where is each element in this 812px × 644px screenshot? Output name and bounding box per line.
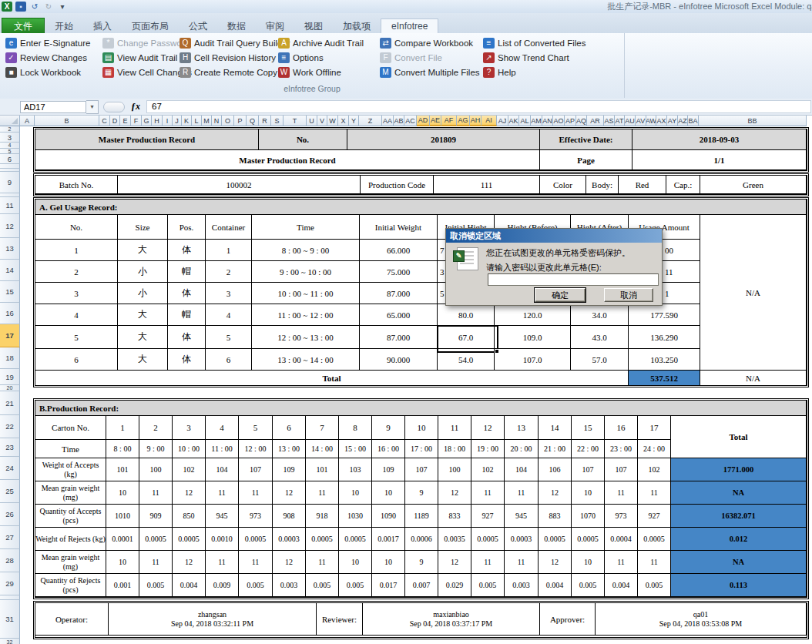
tab-加载项[interactable]: 加载项: [333, 18, 381, 35]
gel-row-container[interactable]: 3: [206, 283, 252, 304]
batch-no-value[interactable]: 100002: [118, 176, 361, 194]
batch-no-label[interactable]: Batch No.: [35, 176, 118, 194]
work-offline-button[interactable]: WWork Offline: [276, 65, 377, 79]
col-header-T[interactable]: T: [284, 116, 307, 126]
gel-row-initial-weight[interactable]: 87.000: [360, 283, 438, 304]
data-cell[interactable]: 102: [173, 458, 206, 481]
no-label[interactable]: No.: [259, 129, 347, 150]
col-header-time[interactable]: Time: [252, 215, 360, 240]
select-all-corner[interactable]: [0, 116, 20, 126]
gel-row-no[interactable]: 3: [35, 283, 118, 304]
gel-row-container[interactable]: 5: [206, 326, 252, 349]
row-header-29[interactable]: 29: [0, 572, 20, 595]
data-cell[interactable]: 11: [306, 481, 339, 505]
data-cell[interactable]: 10: [106, 551, 139, 574]
col-header-G[interactable]: G: [142, 116, 152, 126]
data-cell[interactable]: 11: [638, 551, 671, 574]
data-cell[interactable]: 102: [638, 458, 671, 481]
carton-no-12[interactable]: 12: [471, 416, 505, 440]
data-cell[interactable]: 10: [339, 551, 372, 574]
gel-row-usage[interactable]: 136.290: [629, 326, 700, 349]
gel-row-no[interactable]: 1: [35, 240, 118, 261]
tab-文件[interactable]: 文件: [2, 18, 45, 35]
enter-e-signature-button[interactable]: eEnter E-Signature: [3, 35, 100, 50]
effective-date-value[interactable]: 2018-09-03: [632, 129, 807, 150]
data-cell[interactable]: 10: [372, 551, 405, 574]
col-header-AO[interactable]: AO: [553, 116, 565, 126]
data-cell[interactable]: 1090: [372, 505, 405, 528]
gel-row-size[interactable]: 小: [118, 261, 168, 283]
data-cell[interactable]: 0.0005: [539, 528, 572, 551]
data-cell[interactable]: 0.0010: [206, 528, 239, 551]
data-cell[interactable]: 918: [306, 505, 339, 528]
col-header-M[interactable]: M: [202, 116, 212, 126]
row-header-14[interactable]: 14: [0, 260, 20, 281]
col-header-AJ[interactable]: AJ: [497, 116, 508, 126]
gel-row-size[interactable]: 大: [118, 304, 168, 326]
carton-no-2[interactable]: 2: [139, 416, 173, 440]
col-header-AP[interactable]: AP: [565, 116, 576, 126]
data-cell[interactable]: 0.001: [106, 574, 139, 597]
mpr-title[interactable]: Master Production Record: [35, 129, 259, 150]
data-cell[interactable]: 945: [505, 505, 539, 528]
color-label[interactable]: Color: [540, 176, 586, 194]
gel-row-size[interactable]: 大: [118, 240, 168, 261]
data-cell[interactable]: 908: [273, 505, 306, 528]
page-label[interactable]: Page: [540, 150, 632, 170]
gel-row-time[interactable]: 9 : 00 ~ 10 : 00: [252, 261, 360, 283]
tab-数据[interactable]: 数据: [217, 18, 256, 35]
carton-no-3[interactable]: 3: [173, 416, 206, 440]
gel-row-hight-after[interactable]: 34.0: [571, 304, 629, 326]
effective-date-label[interactable]: Effective Date:: [540, 129, 632, 150]
gel-row-no[interactable]: 2: [35, 261, 118, 283]
data-cell[interactable]: 0.0003: [505, 528, 539, 551]
data-cell[interactable]: 12: [173, 551, 206, 574]
gel-na-merged-cell[interactable]: N/A: [700, 215, 807, 371]
qat-menu-icon[interactable]: ▾: [57, 2, 68, 12]
col-header-AS[interactable]: AS: [604, 116, 615, 126]
data-cell[interactable]: 101: [106, 458, 139, 481]
tab-视图[interactable]: 视图: [294, 18, 333, 35]
data-cell[interactable]: 0.005: [339, 574, 372, 597]
data-cell[interactable]: 9: [405, 481, 438, 505]
row-header-12[interactable]: 12: [0, 214, 20, 238]
body-value[interactable]: Red: [619, 176, 666, 194]
archive-audit-trail-button[interactable]: AArchive Audit Trail: [276, 35, 377, 50]
data-cell[interactable]: 0.017: [372, 574, 405, 597]
col-header-container[interactable]: Container: [206, 215, 252, 240]
data-cell[interactable]: 909: [139, 505, 173, 528]
carton-no-8[interactable]: 8: [339, 416, 372, 440]
data-cell[interactable]: 109: [273, 458, 306, 481]
data-cell[interactable]: 107: [572, 458, 605, 481]
ok-button[interactable]: 确定: [535, 288, 586, 302]
time-3[interactable]: 10 : 00: [173, 440, 206, 458]
time-8[interactable]: 15 : 00: [339, 440, 372, 458]
carton-no-11[interactable]: 11: [438, 416, 471, 440]
gel-row-pos[interactable]: 帽: [168, 304, 206, 326]
col-header-AR[interactable]: AR: [587, 116, 604, 126]
data-cell[interactable]: 945: [206, 505, 239, 528]
gel-row-initial-weight[interactable]: 75.000: [360, 261, 438, 283]
data-cell[interactable]: 0.0035: [438, 528, 471, 551]
data-cell[interactable]: 973: [605, 505, 638, 528]
data-cell[interactable]: 12: [273, 481, 306, 505]
col-header-H[interactable]: H: [152, 116, 163, 126]
time-7[interactable]: 14 : 00: [306, 440, 339, 458]
gel-row-initial-weight[interactable]: 66.000: [360, 240, 438, 261]
row-header-6[interactable]: 6: [0, 154, 20, 164]
row-header-28[interactable]: 28: [0, 549, 20, 572]
data-cell[interactable]: 0.003: [505, 574, 539, 597]
time-4[interactable]: 11 : 00: [206, 440, 239, 458]
data-cell[interactable]: 0.0005: [239, 528, 273, 551]
total-cell[interactable]: NA: [671, 551, 807, 574]
data-cell[interactable]: 10: [572, 551, 605, 574]
data-cell[interactable]: 0.0005: [139, 528, 173, 551]
data-cell[interactable]: 101: [306, 458, 339, 481]
production-total-header[interactable]: Total: [671, 416, 807, 458]
data-cell[interactable]: 0.004: [539, 574, 572, 597]
data-cell[interactable]: 102: [471, 458, 505, 481]
data-cell[interactable]: 0.007: [405, 574, 438, 597]
data-cell[interactable]: 0.005: [239, 574, 273, 597]
cell-revision-history-button[interactable]: HCell Revision History: [177, 50, 276, 65]
data-cell[interactable]: 0.0005: [471, 528, 505, 551]
